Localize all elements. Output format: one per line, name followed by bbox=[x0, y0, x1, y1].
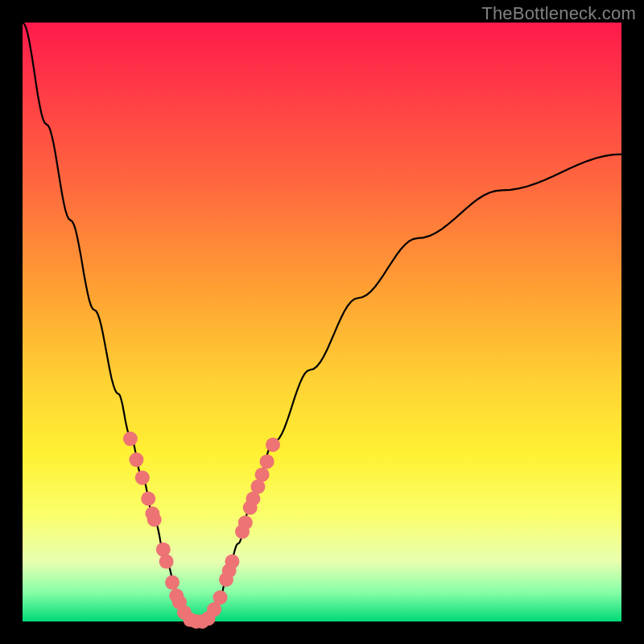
attribution-text: TheBottleneck.com bbox=[481, 3, 636, 24]
chart-svg bbox=[23, 23, 621, 621]
data-marker bbox=[266, 438, 280, 452]
data-marker bbox=[238, 515, 253, 530]
plot-area bbox=[23, 23, 621, 621]
data-marker bbox=[147, 513, 162, 527]
data-marker bbox=[260, 454, 275, 469]
data-markers bbox=[123, 431, 280, 629]
data-marker bbox=[123, 431, 138, 446]
bottleneck-curve bbox=[23, 23, 621, 621]
data-marker bbox=[135, 470, 150, 485]
chart-frame: TheBottleneck.com bbox=[0, 0, 644, 644]
data-marker bbox=[213, 590, 228, 605]
data-marker bbox=[165, 576, 180, 590]
data-marker bbox=[159, 555, 174, 569]
data-marker bbox=[141, 492, 155, 506]
data-marker bbox=[225, 555, 239, 569]
data-marker bbox=[129, 452, 143, 467]
data-marker bbox=[255, 468, 270, 482]
